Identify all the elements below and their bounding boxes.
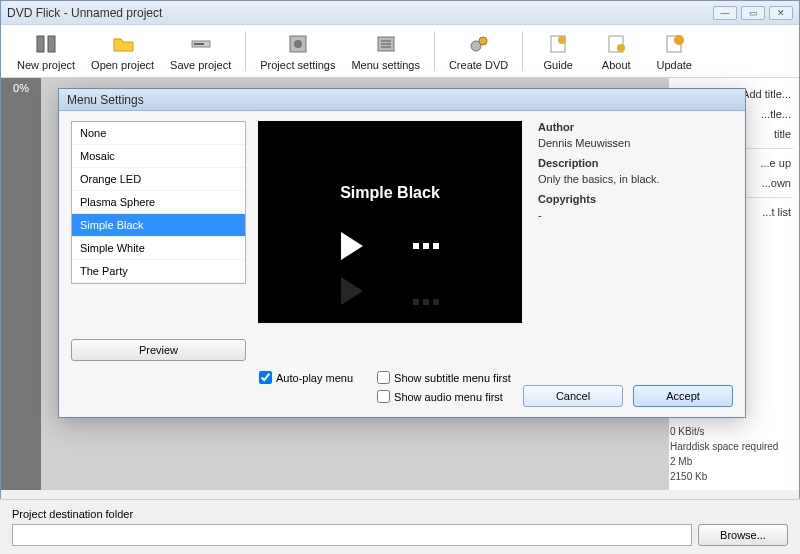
update-button[interactable]: Update	[645, 29, 703, 73]
menu-settings-icon	[373, 31, 399, 57]
app-window: DVD Flick - Unnamed project — ▭ ✕ New pr…	[0, 0, 800, 554]
theme-item[interactable]: Simple White	[72, 237, 245, 260]
svg-rect-3	[194, 43, 204, 45]
theme-preview: Simple Black	[258, 121, 522, 323]
theme-item[interactable]: Plasma Sphere	[72, 191, 245, 214]
play-icon	[341, 232, 363, 260]
accept-button[interactable]: Accept	[633, 385, 733, 407]
svg-rect-1	[48, 36, 55, 52]
gears-icon	[466, 31, 492, 57]
svg-rect-0	[37, 36, 44, 52]
toolbar-separator	[434, 31, 435, 71]
about-icon	[603, 31, 629, 57]
subtitle-first-checkbox[interactable]: Show subtitle menu first	[377, 371, 511, 384]
window-title: DVD Flick - Unnamed project	[7, 6, 713, 20]
progress-label: 0%	[13, 82, 29, 94]
svg-point-17	[674, 35, 684, 45]
toolbar-separator	[245, 31, 246, 71]
save-project-button[interactable]: Save project	[162, 29, 239, 73]
minimize-button[interactable]: —	[713, 6, 737, 20]
new-project-icon	[33, 31, 59, 57]
create-dvd-button[interactable]: Create DVD	[441, 29, 516, 73]
theme-list[interactable]: NoneMosaicOrange LEDPlasma SphereSimple …	[71, 121, 246, 284]
browse-button[interactable]: Browse...	[698, 524, 788, 546]
close-button[interactable]: ✕	[769, 6, 793, 20]
theme-item[interactable]: Orange LED	[72, 168, 245, 191]
theme-item[interactable]: The Party	[72, 260, 245, 283]
disk-drive-icon	[188, 31, 214, 57]
destination-folder-input[interactable]	[12, 524, 692, 546]
settings-icon	[285, 31, 311, 57]
bottom-panel: Project destination folder Browse...	[0, 499, 800, 554]
autoplay-checkbox[interactable]: Auto-play menu	[259, 371, 353, 384]
audio-first-checkbox[interactable]: Show audio menu first	[377, 390, 511, 403]
new-project-button[interactable]: New project	[9, 29, 83, 73]
progress-strip: 0%	[1, 78, 41, 490]
svg-point-15	[617, 44, 625, 52]
project-settings-button[interactable]: Project settings	[252, 29, 343, 73]
folder-open-icon	[110, 31, 136, 57]
cancel-button[interactable]: Cancel	[523, 385, 623, 407]
main-toolbar: New project Open project Save project Pr…	[1, 25, 799, 78]
preview-title: Simple Black	[340, 184, 440, 202]
toolbar-separator	[522, 31, 523, 71]
theme-item[interactable]: Mosaic	[72, 145, 245, 168]
dest-label: Project destination folder	[12, 508, 133, 520]
about-button[interactable]: About	[587, 29, 645, 73]
menu-settings-dialog: Menu Settings NoneMosaicOrange LEDPlasma…	[58, 88, 746, 418]
menu-settings-button[interactable]: Menu settings	[343, 29, 427, 73]
svg-point-13	[558, 36, 566, 44]
svg-point-11	[479, 37, 487, 45]
theme-item[interactable]: None	[72, 122, 245, 145]
maximize-button[interactable]: ▭	[741, 6, 765, 20]
svg-point-5	[294, 40, 302, 48]
guide-button[interactable]: Guide	[529, 29, 587, 73]
update-icon	[661, 31, 687, 57]
open-project-button[interactable]: Open project	[83, 29, 162, 73]
dialog-title: Menu Settings	[59, 89, 745, 111]
titlebar: DVD Flick - Unnamed project — ▭ ✕	[1, 1, 799, 25]
theme-metadata: Author Dennis Meuwissen Description Only…	[534, 121, 733, 361]
status-info: 0 KBit/s Harddisk space required 2 Mb 21…	[670, 424, 790, 484]
preview-button[interactable]: Preview	[71, 339, 246, 361]
more-icon	[413, 243, 439, 249]
theme-item[interactable]: Simple Black	[72, 214, 245, 237]
guide-icon	[545, 31, 571, 57]
